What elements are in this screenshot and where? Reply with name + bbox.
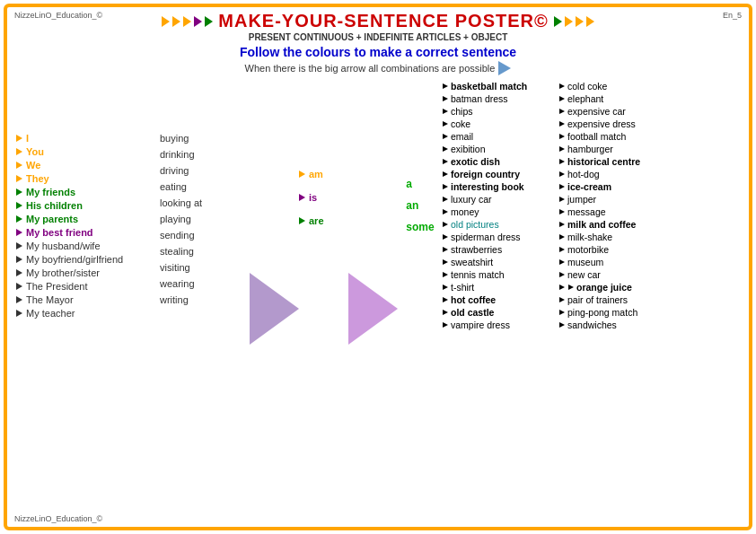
- list-item: expensive dress: [559, 118, 676, 129]
- main-title: MAKE-YOUR-SENTENCE POSTER©: [218, 11, 548, 31]
- list-item: The President: [16, 281, 160, 292]
- list-item: sweatshirt: [443, 257, 559, 267]
- bullet-icon: [443, 171, 448, 177]
- bullet-icon: [559, 285, 565, 290]
- bullet-icon: [443, 83, 448, 89]
- bullet-icon: [16, 148, 22, 155]
- list-item: hamburger: [559, 144, 676, 154]
- list-item: a: [406, 178, 434, 190]
- list-item: stealing: [160, 246, 202, 257]
- list-item: coke: [443, 118, 559, 129]
- list-item: My husband/wife: [16, 241, 160, 251]
- bullet-icon: [559, 146, 565, 152]
- list-item: ping-pong match: [559, 307, 676, 318]
- list-item: motorbike: [559, 244, 676, 255]
- bullet-icon: [443, 247, 448, 252]
- bullet-icon-2: [568, 285, 574, 290]
- list-item: luxury car: [443, 194, 559, 205]
- big-arrow-icon-2: [348, 273, 398, 345]
- list-item: message: [559, 206, 676, 217]
- list-item: My friends: [16, 187, 160, 197]
- title-area: MAKE-YOUR-SENTENCE POSTER©: [162, 11, 593, 31]
- bullet-icon: [443, 259, 448, 265]
- subjects-list: I You We They My friends His children My…: [16, 133, 160, 319]
- list-item: My boyfriend/girlfriend: [16, 254, 160, 265]
- bullet-icon: [559, 171, 565, 177]
- list-item: some: [406, 221, 434, 233]
- articles-column: a an some: [398, 79, 443, 520]
- bullet-icon: [16, 202, 22, 209]
- bullet-icon: [559, 222, 565, 227]
- bullet-icon: [16, 162, 22, 169]
- list-item: milk and coffee: [559, 219, 676, 230]
- list-item: driving: [160, 165, 202, 176]
- instruction: Follow the colours to make a correct sen…: [7, 45, 749, 59]
- bullet-icon: [443, 134, 448, 139]
- hint-arrow-icon: [498, 61, 511, 75]
- list-item: hot coffee: [443, 294, 559, 305]
- bullet-icon: [16, 296, 22, 303]
- big-arrow-icon-1: [250, 273, 299, 345]
- bullet-icon: [443, 222, 448, 227]
- list-item: buying: [160, 133, 202, 144]
- aux-list: am is are: [299, 169, 324, 226]
- bullet-icon: [16, 135, 22, 142]
- list-item: hot-dog: [559, 169, 676, 179]
- bullet-icon: [299, 194, 305, 201]
- list-item: vampire dress: [443, 320, 559, 330]
- bullet-icon: [16, 175, 22, 182]
- arrow-icon-4: [194, 16, 202, 27]
- bullet-icon: [443, 121, 448, 127]
- bullet-icon: [16, 229, 22, 236]
- list-item: foreign country: [443, 169, 559, 179]
- arrow-icon-7: [565, 16, 573, 27]
- arrow-icon-8: [576, 16, 584, 27]
- list-item: orange juice: [559, 282, 676, 293]
- arrow-icon-2: [172, 16, 180, 27]
- bullet-icon: [443, 322, 448, 328]
- list-item: writing: [160, 294, 202, 305]
- list-item: cold coke: [559, 81, 676, 92]
- list-item: strawberries: [443, 244, 559, 255]
- bullet-icon: [16, 188, 22, 196]
- list-item: old castle: [443, 307, 559, 318]
- list-item: tennis match: [443, 269, 559, 280]
- list-item: sandwiches: [559, 320, 676, 330]
- bullet-icon: [443, 159, 448, 164]
- list-item: money: [443, 206, 559, 217]
- bullet-icon: [559, 259, 565, 265]
- list-item: milk-shake: [559, 232, 676, 242]
- bullet-icon: [443, 184, 448, 189]
- bullet-icon: [559, 234, 565, 240]
- list-item: My brother/sister: [16, 267, 160, 278]
- list-item: ice-cream: [559, 181, 676, 192]
- list-item: t-shirt: [443, 282, 559, 293]
- logo-right: En_5: [723, 11, 742, 20]
- list-item: playing: [160, 214, 202, 224]
- bullet-icon: [299, 171, 305, 178]
- arrow-icon-5: [205, 16, 213, 27]
- bullet-icon: [559, 83, 565, 89]
- bullet-icon: [16, 310, 22, 317]
- bullet-icon: [443, 209, 448, 214]
- verbs-list: buying drinking driving eating looking a…: [160, 133, 202, 305]
- list-item: exotic dish: [443, 156, 559, 167]
- list-item: exibition: [443, 144, 559, 154]
- bullet-icon: [559, 322, 565, 328]
- hint: When there is the big arrow all combinat…: [7, 61, 749, 75]
- arrow-icon-3: [183, 16, 191, 27]
- list-item: His children: [16, 200, 160, 211]
- list-item: email: [443, 131, 559, 142]
- bullet-icon: [559, 159, 565, 164]
- left-arrows: [162, 16, 213, 27]
- big-arrow-column-1: [250, 79, 299, 520]
- bullet-icon: [559, 247, 565, 252]
- bullet-icon: [559, 109, 565, 114]
- list-item: an: [406, 199, 434, 212]
- list-item: pair of trainers: [559, 294, 676, 305]
- bullet-icon: [443, 197, 448, 202]
- bullet-icon: [559, 184, 565, 189]
- list-item: batman dress: [443, 93, 559, 104]
- bullet-icon: [16, 256, 22, 263]
- list-item: elephant: [559, 93, 676, 104]
